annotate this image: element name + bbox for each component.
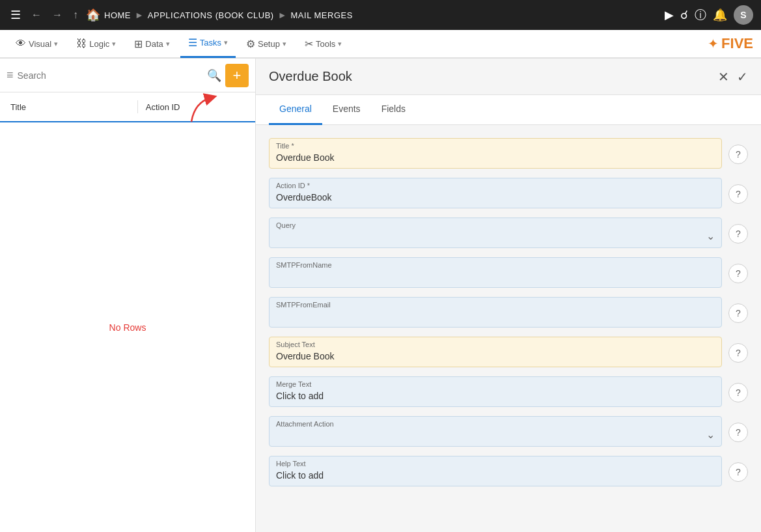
menu-label-tools: Tools [316, 39, 335, 49]
title-value: Overdue Book [270, 151, 721, 168]
tools-icon: ✂ [305, 38, 313, 50]
main-layout: ≡ 🔍 + Title Action ID [0, 59, 761, 532]
breadcrumb-current[interactable]: MAIL MERGES [291, 10, 353, 20]
subject-text-field[interactable]: Subject Text Overdue Book [269, 337, 722, 367]
bell-icon[interactable]: 🔔 [713, 8, 727, 22]
smtp-from-email-value [270, 310, 721, 327]
menu-item-tasks[interactable]: ☰ Tasks ▾ [180, 29, 236, 58]
title-help-button[interactable]: ? [728, 145, 748, 164]
tab-fields[interactable]: Fields [371, 95, 416, 125]
smtp-from-name-field[interactable]: SMTPFromName [269, 257, 722, 288]
query-dropdown-icon[interactable]: ⌄ [706, 230, 715, 242]
help-icon[interactable]: ⓘ [695, 7, 706, 23]
merge-text-field[interactable]: Merge Text Click to add [269, 376, 722, 407]
smtp-from-name-help-button[interactable]: ? [728, 264, 748, 283]
data-icon: ⊞ [134, 38, 143, 50]
tabs-bar: General Events Fields [256, 95, 761, 125]
menu-label-data: Data [145, 39, 163, 49]
subject-text-help-button[interactable]: ? [728, 343, 748, 363]
menu-item-visual[interactable]: 👁 Visual ▾ [8, 29, 66, 58]
chevron-logic: ▾ [112, 40, 116, 48]
form-row-query: Query ⌄ ? [269, 217, 761, 248]
column-headers: Title Action ID [0, 92, 255, 122]
title-field[interactable]: Title * Overdue Book [269, 138, 722, 169]
close-button[interactable]: ✕ [718, 69, 729, 85]
tab-events[interactable]: Events [322, 95, 371, 125]
smtp-from-name-label: SMTPFromName [270, 258, 721, 270]
forward-button[interactable]: → [49, 7, 65, 23]
col-header-title: Title [10, 102, 130, 112]
play-icon[interactable]: ▶ [665, 8, 674, 22]
action-id-label: Action ID * [270, 178, 721, 191]
top-nav: ☰ ← → ↑ 🏠 HOME ► APPLICATIONS (BOOK CLUB… [0, 0, 761, 30]
attachment-action-label: Attachment Action [270, 417, 721, 429]
form-row-help-text: Help Text Click to add ? [269, 456, 761, 486]
menu-bar: 👁 Visual ▾ ⛓ Logic ▾ ⊞ Data ▾ ☰ Tasks ▾ … [0, 30, 761, 59]
menu-item-logic[interactable]: ⛓ Logic ▾ [68, 29, 124, 58]
smtp-from-email-help-button[interactable]: ? [728, 303, 748, 323]
add-button[interactable]: + [225, 64, 249, 87]
action-id-field[interactable]: Action ID * OverdueBook [269, 178, 722, 208]
search-area: ≡ 🔍 + [0, 59, 255, 92]
action-id-value: OverdueBook [270, 191, 721, 208]
help-text-help-button[interactable]: ? [728, 462, 748, 482]
form-row-title: Title * Overdue Book ? [269, 138, 761, 169]
panel-title: Overdue Book [269, 69, 718, 84]
breadcrumb: 🏠 HOME ► APPLICATIONS (BOOK CLUB) ► MAIL… [86, 8, 659, 22]
tasks-icon: ☰ [188, 36, 197, 49]
subject-text-label: Subject Text [270, 337, 721, 350]
five-logo: ✦ FIVE [708, 35, 753, 52]
five-star-icon: ✦ [708, 36, 719, 51]
breadcrumb-app[interactable]: APPLICATIONS (BOOK CLUB) [148, 10, 274, 20]
attachment-action-help-button[interactable]: ? [728, 423, 748, 442]
help-text-label: Help Text [270, 456, 721, 469]
tab-general[interactable]: General [269, 95, 322, 125]
up-button[interactable]: ↑ [70, 7, 81, 23]
title-label: Title * [270, 139, 721, 151]
back-button[interactable]: ← [29, 7, 44, 23]
chevron-visual: ▾ [54, 40, 58, 48]
form-row-attachment-action: Attachment Action ⌄ ? [269, 416, 761, 447]
smtp-from-email-field[interactable]: SMTPFromEmail [269, 297, 722, 328]
form-row-smtp-from-email: SMTPFromEmail ? [269, 297, 761, 328]
chevron-tools: ▾ [338, 40, 342, 48]
confirm-button[interactable]: ✓ [737, 69, 748, 85]
merge-text-value: Click to add [270, 389, 721, 406]
form-row-subject-text: Subject Text Overdue Book ? [269, 337, 761, 367]
action-id-help-button[interactable]: ? [728, 184, 748, 204]
smtp-from-name-value [270, 270, 721, 287]
user-avatar[interactable]: S [734, 5, 753, 25]
merge-text-help-button[interactable]: ? [728, 383, 748, 402]
home-icon: 🏠 [86, 8, 100, 22]
query-field[interactable]: Query ⌄ [269, 217, 722, 248]
search-globe-icon[interactable]: ☌ [680, 8, 688, 22]
attachment-action-dropdown-icon[interactable]: ⌄ [706, 428, 715, 441]
menu-item-setup[interactable]: ⚙ Setup ▾ [238, 29, 294, 58]
form-row-action-id: Action ID * OverdueBook ? [269, 178, 761, 208]
chevron-tasks: ▾ [224, 38, 228, 47]
query-value [270, 231, 721, 247]
menu-label-setup: Setup [258, 39, 280, 49]
hamburger-menu[interactable]: ☰ [8, 5, 23, 25]
menu-label-tasks: Tasks [200, 38, 221, 48]
col-header-action-id: Action ID [146, 102, 245, 112]
query-help-button[interactable]: ? [728, 224, 748, 244]
panel-actions: ✕ ✓ [718, 69, 748, 85]
merge-text-label: Merge Text [270, 377, 721, 389]
chevron-data: ▾ [166, 40, 170, 48]
search-input[interactable] [18, 70, 203, 81]
menu-item-data[interactable]: ⊞ Data ▾ [126, 29, 177, 58]
attachment-action-value [270, 429, 721, 446]
help-text-field[interactable]: Help Text Click to add [269, 456, 722, 486]
breadcrumb-home[interactable]: HOME [104, 10, 131, 20]
visual-icon: 👁 [16, 38, 26, 49]
attachment-action-field[interactable]: Attachment Action ⌄ [269, 416, 722, 447]
form-content: Title * Overdue Book ? Action ID * Overd… [256, 125, 761, 532]
menu-item-tools[interactable]: ✂ Tools ▾ [297, 29, 350, 58]
query-label: Query [270, 218, 721, 231]
search-button[interactable]: 🔍 [207, 68, 221, 83]
help-text-value: Click to add [270, 469, 721, 486]
left-panel: ≡ 🔍 + Title Action ID [0, 59, 256, 532]
filter-icon[interactable]: ≡ [7, 68, 14, 82]
panel-header: Overdue Book ✕ ✓ [256, 59, 761, 95]
